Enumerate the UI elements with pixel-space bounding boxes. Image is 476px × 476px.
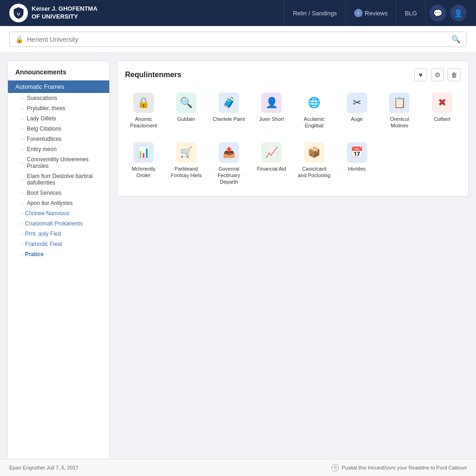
sidebar-heading: Announcements [8, 66, 109, 80]
caoiclcard-label: Caoiclcard and Pocluoing [298, 165, 331, 179]
main-content: Requlintenmers ♥ ⚙ 🗑 🔒 Anomic Peacloment… [117, 60, 469, 466]
sidebar-item-prnt[interactable]: Prnt. aoly Fied [8, 229, 109, 239]
parbleand-label: Parbleand Fontsay Hiels [170, 165, 203, 179]
requirements-title: Requlintenmers [125, 71, 414, 79]
sidebar-item-boot-services[interactable]: Boot Services [8, 188, 109, 198]
mchrrently-icon: 📊 [133, 142, 154, 163]
aculamic-label: Aculamic Englibat [298, 116, 331, 129]
search-bar: 🔒 🔍 [0, 26, 476, 53]
financial-aid-icon: 📈 [261, 142, 282, 163]
service-parbleand[interactable]: 🛒 Parbleand Fontsay Hiels [168, 139, 205, 189]
service-mchrrently[interactable]: 📊 Mchrrently Oroler [125, 139, 162, 189]
auge-icon: ✂ [347, 93, 367, 113]
sidebar-item-chrinee[interactable]: Chrinee Nanvious [8, 208, 109, 218]
main-layout: Announcements Automatic Frames Suescatio… [0, 53, 476, 473]
search-icon[interactable]: 🔍 [451, 35, 461, 44]
service-anomic[interactable]: 🔒 Anomic Peacloment [125, 89, 162, 133]
service-cherlete[interactable]: 🧳 Cherlete Paint [211, 89, 248, 133]
guldain-label: Guldain [178, 116, 195, 122]
sidebar-item-active[interactable]: Automatic Frames [8, 80, 109, 93]
sidebar: Announcements Automatic Frames Suescatio… [7, 60, 110, 466]
delete-button[interactable]: 🗑 [448, 68, 461, 81]
sidebar-item-belg[interactable]: Belg Citations [8, 124, 109, 134]
govenral-label: Govenral Fectlruary Departh [212, 165, 246, 185]
govenral-icon: 📤 [218, 142, 239, 163]
search-input[interactable] [27, 36, 451, 43]
footer: Epari Engruther Jull 7, 6, 2017 © Pusita… [0, 459, 476, 473]
requirements-header: Requlintenmers ♥ ⚙ 🗑 [125, 68, 461, 81]
service-colbert[interactable]: ✖ Colbert [423, 89, 461, 133]
auge-label: Auge [351, 116, 363, 122]
footer-right-text: Pusital this Innuedl/yors your Readdne t… [342, 465, 467, 470]
aculamic-icon: 🌐 [304, 93, 324, 113]
caoiclcard-icon: 📦 [304, 142, 324, 163]
search-input-wrap: 🔒 🔍 [9, 32, 467, 47]
header-nav: Relin / Sandings i Reviews BLG [284, 0, 426, 26]
colbert-icon: ✖ [432, 93, 452, 113]
service-guldain[interactable]: 🔍 Guldain [168, 89, 205, 133]
favorite-button[interactable]: ♥ [414, 68, 427, 81]
sidebar-item-fonenludtices[interactable]: Fonenludtices [8, 134, 109, 144]
logo: U Keiser J. GHOFENTMA OF UNIVERSITY [9, 4, 284, 22]
cherlete-icon: 🧳 [218, 93, 239, 113]
anomic-label: Anomic Peacloment [127, 116, 160, 129]
colbert-label: Colbert [434, 116, 450, 122]
financial-aid-label: Financial Aid [257, 165, 286, 172]
sidebar-item-lady[interactable]: Lady Gillets [8, 113, 109, 124]
oreriicul-icon: 📋 [389, 93, 410, 113]
chat-button[interactable]: 💬 [430, 5, 446, 21]
sidebar-item-cnasiomalt[interactable]: Cnasiomalt Prokanents [8, 218, 109, 229]
service-govenral[interactable]: 📤 Govenral Fectlruary Departh [211, 139, 248, 189]
svg-text:U: U [17, 12, 20, 16]
footer-circle-icon: © [331, 464, 339, 471]
user-button[interactable]: 👤 [450, 5, 467, 21]
requirements-actions: ♥ ⚙ 🗑 [414, 68, 461, 81]
service-oreriicul[interactable]: 📋 Oreriicul Molines [381, 89, 418, 133]
logo-text: Keiser J. GHOFENTMA OF UNIVERSITY [32, 5, 98, 21]
service-horides[interactable]: 📅 Horides [338, 139, 376, 189]
sidebar-item-pratice[interactable]: Pratice [8, 249, 109, 259]
guldain-icon: 🔍 [176, 93, 197, 113]
nav-relin-sandings[interactable]: Relin / Sandings [284, 0, 346, 26]
requirements-panel: Requlintenmers ♥ ⚙ 🗑 🔒 Anomic Peacloment… [117, 60, 469, 197]
juen-icon: 👤 [261, 93, 282, 113]
parbleand-icon: 🛒 [176, 142, 197, 163]
logo-shield: U [9, 4, 28, 22]
service-auge[interactable]: ✂ Auge [338, 89, 376, 133]
horides-icon: 📅 [347, 142, 367, 163]
sidebar-item-entiry[interactable]: Entiry meon [8, 144, 109, 154]
horides-label: Horides [348, 165, 366, 172]
oreriicul-label: Oreriicul Molines [383, 116, 416, 129]
sidebar-item-suescations[interactable]: Suescations [8, 93, 109, 103]
service-aculamic[interactable]: 🌐 Aculamic Englibat [296, 89, 333, 133]
service-caoiclcard[interactable]: 📦 Caoiclcard and Pocluoing [296, 139, 333, 189]
info-icon: i [354, 9, 363, 17]
nav-blg[interactable]: BLG [397, 0, 426, 26]
header: U Keiser J. GHOFENTMA OF UNIVERSITY Reli… [0, 0, 476, 26]
service-financial-aid[interactable]: 📈 Financial Aid [253, 139, 290, 189]
sidebar-item-connvemility[interactable]: Connvemility Univerenes Pransles [8, 154, 109, 171]
service-juen[interactable]: 👤 Juen Short [253, 89, 290, 133]
settings-button[interactable]: ⚙ [431, 68, 444, 81]
nav-reviews[interactable]: i Reviews [346, 0, 397, 26]
juen-label: Juen Short [259, 116, 284, 122]
footer-left-text: Epari Engruther Jull 7, 6, 2017 [9, 465, 79, 470]
sidebar-item-framodic[interactable]: Framodic Fieal [8, 239, 109, 249]
sidebar-item-elam[interactable]: Elam fiurr Destolve bartiral dafullentie… [8, 171, 109, 188]
footer-right: © Pusital this Innuedl/yors your Readdne… [331, 464, 467, 471]
lock-icon: 🔒 [15, 36, 23, 43]
sidebar-item-prylubler[interactable]: Prylubler, thees [8, 103, 109, 113]
anomic-icon: 🔒 [133, 93, 154, 113]
sidebar-item-apon[interactable]: Apon tlur Anllystes [8, 198, 109, 208]
mchrrently-label: Mchrrently Oroler [127, 165, 160, 179]
cherlete-label: Cherlete Paint [213, 116, 245, 122]
service-grid: 🔒 Anomic Peacloment 🔍 Guldain 🧳 Cherlete… [125, 89, 461, 189]
